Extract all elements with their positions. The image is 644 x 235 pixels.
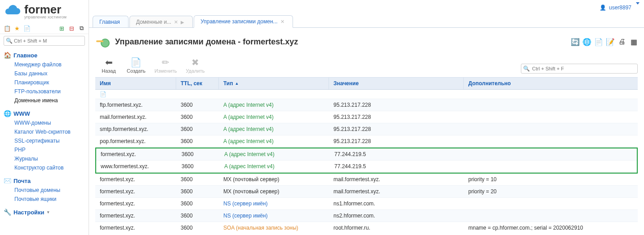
tab[interactable]: Главная [93, 16, 129, 28]
sidebar-item[interactable]: Каталог Web-скриптов [4, 127, 85, 136]
filter-input[interactable] [521, 64, 638, 74]
sidebar-item[interactable]: Планировщик [4, 78, 85, 87]
cell-extra: priority = 10 [464, 174, 638, 185]
sidebar-item[interactable]: FTP-пользователи [4, 87, 85, 96]
cell-value: 95.213.217.228 [329, 135, 464, 147]
sidebar-item[interactable]: PHP [4, 145, 85, 154]
cell-type: MX (почтовый сервер) [219, 186, 329, 197]
cell-value: 77.244.219.5 [330, 161, 465, 172]
remove-icon[interactable]: ⊟ [68, 25, 75, 32]
table-row[interactable]: www.formertest.xyz.3600A (адрес Internet… [96, 161, 637, 173]
cell-name: www.formertest.xyz. [96, 161, 177, 172]
table-row[interactable]: formertest.xyz.3600NS (сервер имён)ns1.h… [95, 198, 638, 210]
cell-ttl: 3600 [176, 174, 219, 185]
toolbar-Создать[interactable]: 📄Создать [127, 57, 146, 74]
sidebar-section-Главное[interactable]: 🏠Главное [4, 50, 85, 60]
cell-type: NS (сервер имён) [219, 198, 329, 209]
cell-ttl: 3600 [176, 99, 219, 111]
chevron-down-icon [634, 4, 640, 11]
cell-name: ftp.formertest.xyz. [95, 99, 176, 111]
star-icon[interactable]: ★ [13, 25, 21, 32]
globe-icon[interactable]: 🌐 [583, 38, 591, 46]
sidebar-item[interactable]: Конструктор сайтов [4, 163, 85, 172]
sidebar-item[interactable]: Почтовые домены [4, 186, 85, 195]
cell-type: MX (почтовый сервер) [219, 174, 329, 185]
settings-icon: 🔧 [4, 209, 11, 216]
mail-icon: ✉️ [4, 177, 11, 184]
table-row[interactable]: pop.formertest.xyz.3600A (адрес Internet… [95, 135, 638, 148]
table-row[interactable]: formertest.xyz.3600A (адрес Internet v4)… [96, 148, 637, 161]
sort-asc-icon: ▲ [235, 81, 239, 86]
panel-actions: 🔄🌐📄📝🖨▦ [571, 38, 638, 46]
col-header-value[interactable]: Значение [329, 78, 464, 89]
cell-extra: mname = cp.hformer.com.; serial = 202006… [464, 222, 638, 231]
cell-extra [464, 111, 638, 123]
home-icon: 🏠 [4, 52, 11, 59]
table-row[interactable]: smtp.formertest.xyz.3600A (адрес Interne… [95, 123, 638, 135]
cell-name: smtp.formertest.xyz. [95, 123, 176, 135]
expand-icon[interactable]: ⧉ [78, 25, 85, 32]
user-menu[interactable]: 👤 user8897 [600, 4, 640, 11]
table-row[interactable]: mail.formertest.xyz.3600A (адрес Interne… [95, 111, 638, 123]
cell-extra [464, 123, 638, 135]
sidebar-item[interactable]: Журналы [4, 154, 85, 163]
cell-ttl: 3600 [177, 148, 220, 160]
tab[interactable]: Доменные и... ✕ ▶ [129, 16, 193, 28]
sidebar-section-WWW[interactable]: 🌐WWW [4, 109, 85, 118]
table-row[interactable]: ftp.formertest.xyz.3600A (адрес Internet… [95, 99, 638, 111]
close-icon[interactable]: ✕ [280, 19, 284, 25]
folder-up-icon: 📄 [100, 91, 107, 97]
table-row[interactable]: formertest.xyz.3600SOA (начальная запись… [95, 222, 638, 231]
cell-name: formertest.xyz. [95, 174, 176, 185]
paste-icon[interactable]: 📋 [4, 25, 11, 32]
cell-ttl: 3600 [177, 161, 220, 172]
copy-icon[interactable]: 📄 [595, 38, 603, 46]
col-header-ttl[interactable]: TTL, сек [176, 78, 219, 89]
sidebar-section-Почта[interactable]: ✉️Почта [4, 176, 85, 186]
table-row[interactable]: formertest.xyz.3600MX (почтовый сервер)m… [95, 186, 638, 198]
close-icon[interactable]: ✕ [174, 19, 178, 25]
add-icon[interactable]: ⊞ [58, 25, 65, 32]
col-header-extra[interactable]: Дополнительно [464, 78, 638, 89]
edit-icon: ✏ [160, 57, 172, 67]
toolbar-Удалить: ✖Удалить [186, 57, 204, 74]
col-header-name[interactable]: Имя [95, 78, 176, 89]
sidebar: former управление хостингом 📋 ★ 📄 ⊞ ⊟ ⧉ … [0, 0, 89, 235]
sidebar-item[interactable]: Почтовые ящики [4, 195, 85, 204]
toolbar-Назад[interactable]: ⬅Назад [100, 57, 118, 74]
clipboard-icon[interactable]: 📄 [23, 25, 31, 32]
print-icon[interactable]: 🖨 [618, 38, 626, 46]
cell-extra [464, 135, 638, 147]
tab[interactable]: Управление записями домен... ✕ [194, 15, 293, 28]
cell-type: A (адрес Internet v4) [220, 161, 330, 172]
toolbar: ⬅Назад📄Создать✏Изменить✖Удалить [100, 57, 204, 74]
brand-tagline: управление хостингом [24, 15, 67, 19]
highlight-box: formertest.xyz.3600A (адрес Internet v4)… [95, 148, 638, 174]
cell-extra [464, 210, 638, 222]
cell-type: A (адрес Internet v4) [220, 148, 330, 160]
table-row[interactable]: formertest.xyz.3600MX (почтовый сервер)m… [95, 174, 638, 186]
form-icon[interactable]: 📝 [606, 38, 614, 46]
sidebar-item[interactable]: Доменные имена [4, 96, 85, 105]
brand-name: former [24, 4, 67, 15]
grid-icon[interactable]: ▦ [630, 38, 638, 46]
search-input[interactable] [4, 36, 85, 46]
refresh-icon[interactable]: 🔄 [571, 38, 579, 46]
sidebar-section-Настройки[interactable]: 🔧Настройки ▾ [4, 207, 85, 217]
sidebar-item[interactable]: WWW-домены [4, 118, 85, 127]
cell-name: formertest.xyz. [95, 186, 176, 197]
col-header-type[interactable]: Тип▲ [219, 78, 329, 89]
cell-name: pop.formertest.xyz. [95, 135, 176, 147]
page-icon [95, 34, 111, 49]
sidebar-toolbar: 📋 ★ 📄 ⊞ ⊟ ⧉ [0, 23, 89, 34]
logo[interactable]: former управление хостингом [0, 2, 89, 23]
cell-type: A (адрес Internet v4) [219, 111, 329, 123]
sidebar-item[interactable]: Базы данных [4, 69, 85, 78]
panel: Управление записями домена - formertest.… [89, 27, 644, 235]
table-row[interactable]: formertest.xyz.3600NS (сервер имён)ns2.h… [95, 210, 638, 222]
cell-name: formertest.xyz. [96, 148, 177, 160]
breadcrumb-row[interactable]: 📄 [95, 90, 638, 99]
sidebar-item[interactable]: SSL-сертификаты [4, 136, 85, 145]
sidebar-item[interactable]: Менеджер файлов [4, 60, 85, 69]
cell-type: A (адрес Internet v4) [219, 99, 329, 111]
